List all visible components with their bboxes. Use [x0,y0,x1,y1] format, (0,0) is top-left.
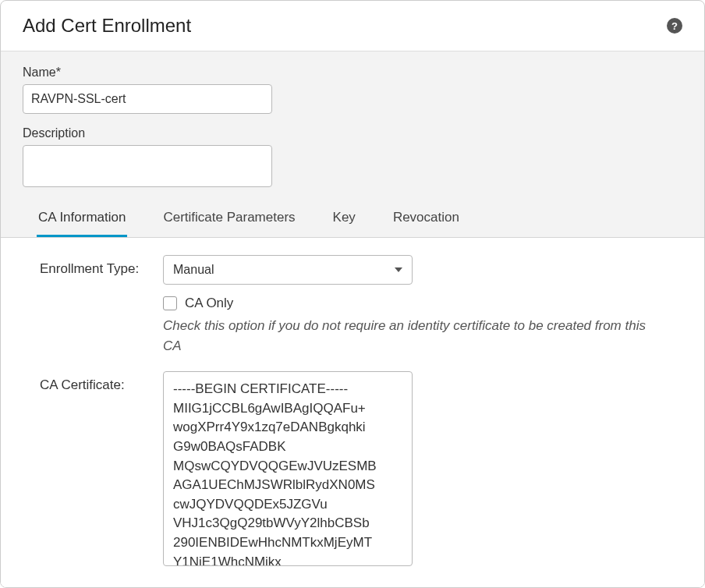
ca-only-label: CA Only [185,296,233,311]
tab-revocation[interactable]: Revocation [391,202,461,237]
form-top-section: Name* Description CA Information Certifi… [1,51,704,237]
dialog-header: Add Cert Enrollment ? [1,1,704,51]
add-cert-enrollment-dialog: Add Cert Enrollment ? Name* Description … [0,0,705,588]
description-field-group: Description [23,126,682,190]
name-label: Name* [23,66,682,80]
ca-only-hint: Check this option if you do not require … [163,316,647,356]
ca-certificate-row: CA Certificate: [23,371,682,569]
tab-content-ca-information: Enrollment Type: Manual CA Only Check th… [1,237,704,587]
tabs-bar: CA Information Certificate Parameters Ke… [23,202,682,237]
dialog-title: Add Cert Enrollment [23,15,191,37]
ca-only-row: CA Only [163,296,682,311]
tab-certificate-parameters[interactable]: Certificate Parameters [161,202,296,237]
description-input[interactable] [23,145,272,187]
enrollment-type-label: Enrollment Type: [23,255,163,277]
tab-ca-information[interactable]: CA Information [37,202,127,237]
name-field-group: Name* [23,66,682,114]
enrollment-type-value: Manual [173,263,214,277]
ca-certificate-textarea[interactable] [163,371,413,566]
enrollment-type-select[interactable]: Manual [163,255,413,285]
name-input[interactable] [23,84,272,114]
chevron-down-icon [395,267,402,272]
ca-only-checkbox[interactable] [163,296,177,310]
help-icon[interactable]: ? [667,18,682,34]
tab-key[interactable]: Key [331,202,357,237]
ca-certificate-label: CA Certificate: [23,371,163,393]
description-label: Description [23,126,682,140]
enrollment-type-row: Enrollment Type: Manual CA Only Check th… [23,255,682,356]
